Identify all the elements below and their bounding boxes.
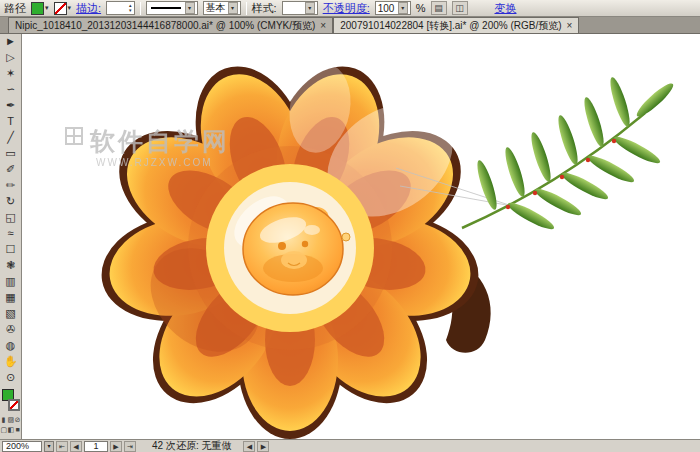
- appearance-options-icon[interactable]: ▤: [431, 1, 447, 15]
- stroke-swatch-icon[interactable]: [8, 399, 20, 411]
- tab-label: Nipic_1018410_20131203144416878000.ai* @…: [15, 19, 315, 33]
- path-label: 路径: [4, 1, 26, 16]
- first-page-button[interactable]: ⇤: [56, 441, 68, 452]
- tab-label: 200791014022804 [转换].ai* @ 200% (RGB/预览): [340, 19, 561, 33]
- fill-color-swatch[interactable]: ▾: [31, 2, 49, 15]
- selection-tool[interactable]: ►: [1, 34, 21, 50]
- status-back-icon[interactable]: ◀: [243, 441, 255, 452]
- style-combo[interactable]: ▾: [282, 1, 318, 15]
- page-number-field[interactable]: 1: [84, 441, 108, 452]
- leaf-branch[interactable]: [462, 76, 677, 233]
- flower-artwork[interactable]: [93, 51, 487, 439]
- tools-panel: ► ▷ ✶ ∽ ✒ T ╱ ▭ ✐ ✏ ↻ ◱ ≈ ☐ ❃ ▥ ▦ ▧ ✇ ◍ …: [0, 34, 22, 439]
- control-bar: 路径 ▾ ▾ 描边: ▴▾ ▾ 基本 ▾ 样式: ▾: [0, 0, 700, 17]
- tab-document-1[interactable]: Nipic_1018410_20131203144416878000.ai* @…: [8, 17, 333, 33]
- stroke-link[interactable]: 描边:: [76, 1, 101, 16]
- opacity-link[interactable]: 不透明度:: [323, 1, 370, 16]
- percent-label: %: [416, 2, 426, 14]
- leaflets: [474, 76, 677, 233]
- status-forward-icon[interactable]: ▶: [257, 441, 269, 452]
- hand-tool[interactable]: ✋: [1, 354, 21, 370]
- tab-document-2[interactable]: 200791014022804 [转换].ai* @ 200% (RGB/预览)…: [333, 17, 579, 33]
- watermark-url: WWW.RJZXW.COM: [96, 157, 213, 168]
- watermark: 软件自学网 WWW.RJZXW.COM: [66, 127, 230, 168]
- zoom-level-field[interactable]: 200%: [2, 441, 42, 452]
- watermark-title: 软件自学网: [89, 127, 230, 155]
- magic-wand-tool[interactable]: ✶: [1, 66, 21, 82]
- lasso-tool[interactable]: ∽: [1, 82, 21, 98]
- style-label: 样式:: [252, 1, 277, 16]
- color-mode-icon[interactable]: ▮: [1, 416, 7, 424]
- column-graph-tool[interactable]: ▥: [1, 274, 21, 290]
- screen-menu-icon[interactable]: ◧: [8, 426, 14, 434]
- status-bar: 200% ▾ ⇤ ◀ 1 ▶ ⇥ 42 次还原: 无重做 ◀ ▶: [0, 439, 700, 452]
- screen-normal-icon[interactable]: ▢: [1, 426, 7, 434]
- screen-mode-row: ▢ ◧ ■: [1, 426, 21, 434]
- recolor-artwork-icon[interactable]: ◫: [452, 1, 468, 15]
- warp-tool[interactable]: ≈: [1, 226, 21, 242]
- chevron-down-icon[interactable]: ▾: [185, 2, 195, 14]
- divider: [246, 2, 247, 15]
- scale-tool[interactable]: ◱: [1, 210, 21, 226]
- chevron-down-icon[interactable]: ▾: [68, 4, 72, 12]
- opacity-value: 100: [378, 3, 396, 14]
- screen-full-icon[interactable]: ■: [15, 426, 21, 434]
- none-mode-icon[interactable]: ⊘: [15, 416, 21, 424]
- chevron-down-icon[interactable]: ▾: [305, 2, 315, 14]
- chevron-down-icon[interactable]: ▾: [228, 2, 238, 14]
- direct-selection-tool[interactable]: ▷: [1, 50, 21, 66]
- chevron-down-icon[interactable]: ▾: [44, 441, 54, 452]
- stroke-none-icon: [54, 2, 67, 15]
- zoom-tool[interactable]: ⊙: [1, 370, 21, 386]
- symbol-sprayer-tool[interactable]: ❃: [1, 258, 21, 274]
- gradient-tool[interactable]: ▧: [1, 306, 21, 322]
- eyedropper-tool[interactable]: ✇: [1, 322, 21, 338]
- gradient-mode-icon[interactable]: ▨: [8, 416, 14, 424]
- artboard-canvas[interactable]: 软件自学网 WWW.RJZXW.COM: [22, 34, 700, 439]
- opacity-combo[interactable]: 100 ▾: [375, 1, 411, 15]
- paintbrush-tool[interactable]: ✐: [1, 162, 21, 178]
- paint-mode-row: ▮ ▨ ⊘: [1, 416, 21, 424]
- pencil-tool[interactable]: ✏: [1, 178, 21, 194]
- stroke-color-swatch[interactable]: ▾: [54, 2, 72, 15]
- brush-definition-value: 基本: [206, 1, 226, 15]
- rotate-tool[interactable]: ↻: [1, 194, 21, 210]
- spinner-icon[interactable]: ▴▾: [129, 3, 132, 13]
- mesh-tool[interactable]: ▦: [1, 290, 21, 306]
- close-icon[interactable]: ×: [567, 20, 573, 31]
- free-transform-tool[interactable]: ☐: [1, 242, 21, 258]
- next-page-button[interactable]: ▶: [110, 441, 122, 452]
- chevron-down-icon[interactable]: ▾: [398, 2, 408, 14]
- stroke-weight-combo[interactable]: ▴▾: [106, 1, 135, 15]
- fill-stroke-control[interactable]: [1, 388, 21, 414]
- pen-tool[interactable]: ✒: [1, 98, 21, 114]
- undo-status-text: 42 次还原: 无重做: [152, 439, 231, 452]
- close-icon[interactable]: ×: [320, 20, 326, 31]
- prev-page-button[interactable]: ◀: [70, 441, 82, 452]
- document-tab-bar: Nipic_1018410_20131203144416878000.ai* @…: [0, 17, 700, 34]
- blend-tool[interactable]: ◍: [1, 338, 21, 354]
- illustrator-window: 路径 ▾ ▾ 描边: ▴▾ ▾ 基本 ▾ 样式: ▾: [0, 0, 700, 452]
- line-segment-tool[interactable]: ╱: [1, 130, 21, 146]
- type-tool[interactable]: T: [1, 114, 21, 130]
- fill-color-icon: [31, 2, 44, 15]
- rectangle-tool[interactable]: ▭: [1, 146, 21, 162]
- chevron-down-icon[interactable]: ▾: [45, 4, 49, 12]
- artwork-svg[interactable]: 软件自学网 WWW.RJZXW.COM: [22, 34, 700, 439]
- last-page-button[interactable]: ⇥: [124, 441, 136, 452]
- brush-definition-combo[interactable]: 基本 ▾: [203, 1, 241, 15]
- transform-link[interactable]: 变换: [495, 1, 517, 16]
- stroke-profile-icon: [151, 7, 181, 9]
- variable-width-combo[interactable]: ▾: [146, 1, 198, 15]
- divider: [140, 2, 141, 15]
